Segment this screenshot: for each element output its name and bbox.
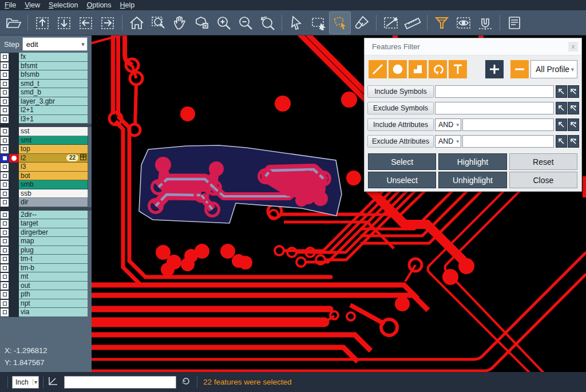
layer-checkbox[interactable]: [0, 211, 9, 220]
layer-name-cell[interactable]: map: [19, 237, 88, 246]
layer-name-cell[interactable]: l2+1: [19, 106, 88, 115]
layer-checkbox[interactable]: [0, 180, 9, 189]
select-cursor-icon[interactable]: [286, 12, 307, 34]
layer-name-cell[interactable]: pth: [19, 290, 88, 299]
layer-name-cell[interactable]: tm-t: [19, 255, 88, 264]
menu-item-file[interactable]: File: [5, 0, 16, 10]
zoom-in-icon[interactable]: [213, 12, 234, 34]
menu-item-help[interactable]: Help: [120, 0, 135, 10]
menu-item-options[interactable]: Options: [86, 0, 111, 10]
select-button[interactable]: Select: [368, 153, 436, 170]
layer-active-indicator[interactable]: [9, 308, 19, 317]
highlight-button[interactable]: Highlight: [438, 153, 506, 170]
pick-add-button[interactable]: [568, 118, 579, 131]
filter-value-field[interactable]: [462, 118, 554, 131]
layer-checkbox[interactable]: [0, 80, 9, 89]
angle-tool-icon[interactable]: [47, 376, 59, 389]
layer-checkbox[interactable]: [0, 53, 9, 62]
zoom-out-icon[interactable]: [235, 12, 256, 34]
layer-checkbox[interactable]: [0, 154, 9, 163]
layer-checkbox[interactable]: [0, 127, 9, 136]
layer-active-indicator[interactable]: [9, 127, 19, 136]
profile-select[interactable]: All Profile▾: [530, 60, 577, 78]
layer-checkbox[interactable]: [0, 255, 9, 264]
import-right-icon[interactable]: [97, 12, 118, 34]
pick-button[interactable]: [556, 85, 567, 98]
layer-name-cell[interactable]: out: [19, 282, 88, 291]
layer-name-cell[interactable]: mt: [19, 272, 88, 282]
layer-active-indicator[interactable]: [9, 106, 19, 115]
layer-active-indicator[interactable]: [9, 198, 19, 207]
zoom-previous-icon[interactable]: [257, 12, 278, 34]
layer-checkbox[interactable]: [0, 172, 9, 181]
layer-name-cell[interactable]: l3: [19, 163, 88, 172]
layer-active-indicator[interactable]: [9, 70, 19, 80]
layer-active-indicator[interactable]: [9, 172, 19, 181]
filter-value-field[interactable]: [462, 135, 554, 148]
layer-checkbox[interactable]: [0, 97, 9, 106]
home-view-icon[interactable]: [126, 12, 147, 34]
layer-name-cell[interactable]: smd_t: [19, 80, 88, 89]
pan-hand-icon[interactable]: [170, 12, 191, 34]
layer-checkbox[interactable]: [0, 189, 9, 199]
dialog-add-button[interactable]: [485, 60, 504, 78]
select-rectangle-icon[interactable]: [308, 12, 328, 34]
layer-active-indicator[interactable]: [9, 237, 19, 246]
layer-checkbox[interactable]: [0, 62, 9, 71]
layer-name-cell[interactable]: bot: [19, 172, 88, 181]
layer-active-indicator[interactable]: [9, 163, 19, 172]
report-doc-icon[interactable]: [504, 12, 525, 34]
layer-active-indicator[interactable]: [9, 228, 19, 237]
layer-name-cell[interactable]: target: [19, 219, 88, 228]
layer-checkbox[interactable]: [0, 272, 9, 282]
layer-checkbox[interactable]: [0, 145, 9, 154]
layer-name-cell[interactable]: smd_b: [19, 88, 88, 97]
filter-label-button[interactable]: Include Symbols: [367, 85, 434, 98]
snap-magnet-icon[interactable]: [475, 12, 496, 34]
ruler-icon[interactable]: [402, 12, 423, 34]
layer-checkbox[interactable]: [0, 115, 9, 124]
layer-name-cell[interactable]: npt: [19, 299, 88, 308]
filter-label-button[interactable]: Exclude Attributes: [367, 135, 434, 148]
layer-active-indicator[interactable]: [9, 180, 19, 189]
layer-active-indicator[interactable]: [9, 290, 19, 299]
measure-line-icon[interactable]: [381, 12, 401, 34]
layer-active-indicator[interactable]: [9, 88, 19, 97]
layer-name-cell[interactable]: ssb: [19, 189, 88, 199]
filter-value-field[interactable]: [435, 85, 554, 98]
refresh-icon[interactable]: [181, 376, 191, 389]
layer-name-cell[interactable]: l222: [19, 154, 88, 163]
layer-name-cell[interactable]: sst: [19, 127, 88, 136]
command-input[interactable]: [64, 376, 176, 389]
layer-active-indicator[interactable]: [9, 53, 19, 62]
zoom-polygon-icon[interactable]: [192, 12, 212, 34]
layer-active-indicator[interactable]: [9, 136, 19, 145]
layer-active-indicator[interactable]: [9, 211, 19, 220]
unhighlight-button[interactable]: Unhighlight: [438, 172, 506, 188]
layer-name-cell[interactable]: bfsmt: [19, 62, 88, 71]
layer-checkbox[interactable]: [0, 163, 9, 172]
layer-active-indicator[interactable]: [9, 272, 19, 282]
dialog-close-button[interactable]: x: [568, 42, 578, 52]
unselect-button[interactable]: Unselect: [368, 172, 436, 188]
layer-name-cell[interactable]: smt: [19, 136, 88, 145]
menu-item-view[interactable]: View: [25, 0, 40, 10]
layer-checkbox[interactable]: [0, 136, 9, 145]
layer-active-indicator[interactable]: [9, 264, 19, 273]
layer-name-cell[interactable]: 2dir--: [19, 211, 88, 220]
filter-value-field[interactable]: [435, 102, 554, 114]
select-polygon-icon[interactable]: [330, 12, 350, 34]
layer-active-indicator[interactable]: [9, 97, 19, 106]
pick-button[interactable]: [556, 102, 567, 114]
reset-button[interactable]: Reset: [509, 153, 577, 170]
layer-active-indicator[interactable]: [9, 219, 19, 228]
layer-active-indicator[interactable]: [9, 145, 19, 154]
layer-checkbox[interactable]: [0, 246, 9, 255]
import-up-icon[interactable]: [32, 12, 53, 34]
layer-active-indicator[interactable]: [9, 115, 19, 124]
pick-button[interactable]: [556, 135, 567, 148]
dialog-tool-draw-line[interactable]: [369, 60, 387, 78]
layer-checkbox[interactable]: [0, 264, 9, 273]
layer-active-indicator[interactable]: [9, 255, 19, 264]
dialog-remove-button[interactable]: [510, 60, 529, 78]
